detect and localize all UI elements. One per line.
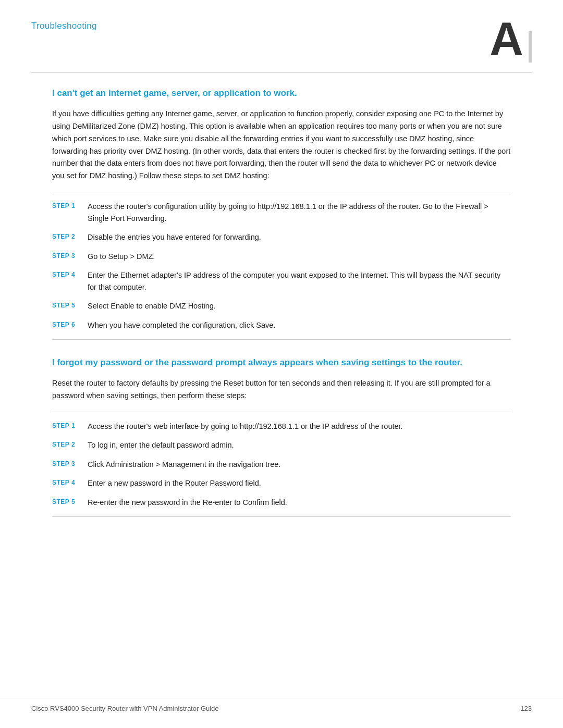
step-content: Click Administration > Management in the…: [88, 459, 511, 470]
step-label: STEP 5: [52, 497, 88, 507]
step-label: STEP 4: [52, 477, 88, 488]
table-row: STEP 4 Enter a new password in the Route…: [52, 477, 511, 489]
page-header: Troubleshooting A: [0, 0, 563, 63]
chapter-letter-container: A: [489, 21, 532, 63]
step-content: Enter the Ethernet adapter's IP address …: [88, 269, 511, 293]
table-row: STEP 5 Select Enable to enable DMZ Hosti…: [52, 300, 511, 312]
table-row: STEP 3 Click Administration > Management…: [52, 459, 511, 470]
footer-left: Cisco RVS4000 Security Router with VPN A…: [31, 705, 219, 712]
section1-body: If you have difficulties getting any Int…: [52, 108, 511, 183]
chapter-letter: A: [489, 16, 523, 63]
page-footer: Cisco RVS4000 Security Router with VPN A…: [0, 698, 563, 712]
step-content: Enter a new password in the Router Passw…: [88, 477, 511, 489]
step-content: When you have completed the configuratio…: [88, 319, 511, 331]
table-row: STEP 5 Re-enter the new password in the …: [52, 497, 511, 508]
section1-steps: STEP 1 Access the router's configuration…: [52, 192, 511, 340]
section2-heading: I forgot my password or the password pro…: [52, 356, 511, 369]
chapter-bar: [529, 31, 532, 63]
section2-body: Reset the router to factory defaults by …: [52, 377, 511, 402]
step-label: STEP 5: [52, 300, 88, 311]
table-row: STEP 6 When you have completed the confi…: [52, 319, 511, 331]
step-label: STEP 2: [52, 439, 88, 450]
table-row: STEP 2 Disable the entries you have ente…: [52, 231, 511, 243]
step-label: STEP 3: [52, 251, 88, 261]
section2-gap: I forgot my password or the password pro…: [52, 356, 511, 517]
step-label: STEP 1: [52, 201, 88, 211]
page-container: Troubleshooting A I can't get an Interne…: [0, 0, 563, 728]
header-title: Troubleshooting: [31, 21, 97, 31]
table-row: STEP 2 To log in, enter the default pass…: [52, 439, 511, 451]
step-content: Select Enable to enable DMZ Hosting.: [88, 300, 511, 312]
table-row: STEP 4 Enter the Ethernet adapter's IP a…: [52, 269, 511, 293]
main-content: I can't get an Internet game, server, or…: [0, 72, 563, 517]
footer-page: 123: [520, 705, 532, 712]
table-row: STEP 1 Access the router's configuration…: [52, 201, 511, 224]
step-content: Go to Setup > DMZ.: [88, 251, 511, 262]
table-row: STEP 1 Access the router's web interface…: [52, 421, 511, 432]
step-label: STEP 6: [52, 319, 88, 330]
step-label: STEP 2: [52, 231, 88, 242]
step-label: STEP 4: [52, 269, 88, 280]
table-row: STEP 3 Go to Setup > DMZ.: [52, 251, 511, 262]
step-content: Access the router's web interface by goi…: [88, 421, 511, 432]
section1-heading: I can't get an Internet game, server, or…: [52, 87, 511, 100]
step-content: Re-enter the new password in the Re-ente…: [88, 497, 511, 508]
step-content: To log in, enter the default password ad…: [88, 439, 511, 451]
step-content: Access the router's configuration utilit…: [88, 201, 511, 224]
section2-steps: STEP 1 Access the router's web interface…: [52, 412, 511, 517]
step-label: STEP 3: [52, 459, 88, 469]
step-content: Disable the entries you have entered for…: [88, 231, 511, 243]
step-label: STEP 1: [52, 421, 88, 431]
